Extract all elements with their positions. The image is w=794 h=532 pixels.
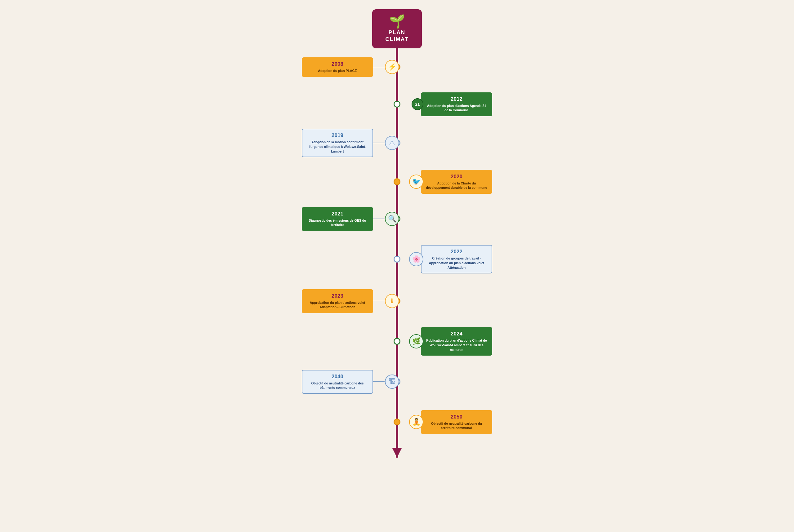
tl-right-2012: 2012 Adoption du plan d'actions Agenda 2… xyxy=(414,92,505,116)
icon-2020: 🐦 xyxy=(409,174,423,189)
item-box-2050: 2050 Objectif de neutralité carbone du t… xyxy=(421,410,492,434)
icon-2019: ⚠ xyxy=(385,136,399,150)
node-2024 xyxy=(393,338,401,345)
timeline-line xyxy=(396,49,398,458)
item-box-2008: 2008 Adoption du plan PLAGE xyxy=(302,57,373,77)
year-2050: 2050 xyxy=(425,414,488,420)
tl-right-2024: 2024 Publication du plan d'actions Clima… xyxy=(414,327,505,356)
header-title: PLAN CLIMAT xyxy=(386,29,409,43)
year-2021: 2021 xyxy=(306,211,369,217)
text-2021: Diagnostic des émissions de GES du terri… xyxy=(306,218,369,227)
timeline-arrow xyxy=(392,448,402,458)
text-2023: Approbation du plan d'actions volet Adap… xyxy=(306,300,369,309)
text-2020: Adoption de la Charte du développement d… xyxy=(425,181,488,190)
year-2040: 2040 xyxy=(306,374,369,380)
icon-2008: ⚡ xyxy=(385,60,399,74)
node-2022 xyxy=(393,256,401,263)
icon-2023: 🌡 xyxy=(385,294,399,308)
tl-left-2019: 2019 Adoption de la motion confirmant l'… xyxy=(289,129,380,157)
node-2020 xyxy=(393,178,401,185)
year-2020: 2020 xyxy=(425,174,488,180)
tl-right-2020: 2020 Adoption de la Charte du développem… xyxy=(414,170,505,194)
year-2024: 2024 xyxy=(425,331,488,337)
item-box-2040: 2040 Objectif de neutralité carbone des … xyxy=(302,370,373,394)
text-2012: Adoption du plan d'actions Agenda 21 de … xyxy=(425,103,488,113)
text-2050: Objectif de neutralité carbone du territ… xyxy=(425,421,488,430)
node-2050 xyxy=(393,419,401,425)
icon-2040: 🏗 xyxy=(385,375,399,389)
tl-right-2022: 2022 Création de groupes de travail - Ap… xyxy=(414,245,505,273)
text-2040: Objectif de neutralité carbone des bâtim… xyxy=(306,381,369,390)
badge-21-2012: 21 xyxy=(411,98,423,110)
tl-left-2040: 2040 Objectif de neutralité carbone des … xyxy=(289,370,380,394)
item-box-2023: 2023 Approbation du plan d'actions volet… xyxy=(302,289,373,313)
page-container: 🌱 PLAN CLIMAT 2008 Adoption du plan PLAG… xyxy=(289,9,505,458)
tl-left-2021: 2021 Diagnostic des émissions de GES du … xyxy=(289,207,380,231)
icon-2024: 🌿 xyxy=(409,334,423,348)
tl-left-2023: 2023 Approbation du plan d'actions volet… xyxy=(289,289,380,313)
item-box-2022: 2022 Création de groupes de travail - Ap… xyxy=(421,245,492,273)
item-box-2020: 2020 Adoption de la Charte du développem… xyxy=(421,170,492,194)
item-box-2019: 2019 Adoption de la motion confirmant l'… xyxy=(302,129,373,157)
icon-2022: 🌸 xyxy=(409,252,423,266)
year-2019: 2019 xyxy=(306,132,369,138)
tl-center-2050: 🧘 xyxy=(380,419,414,425)
header-logo-box: 🌱 PLAN CLIMAT xyxy=(372,9,422,49)
year-2022: 2022 xyxy=(425,249,488,255)
year-2008: 2008 xyxy=(306,61,369,67)
tl-center-2022: 🌸 xyxy=(380,256,414,263)
header-plant-icon: 🌱 xyxy=(389,15,405,28)
timeline-wrapper: 2008 Adoption du plan PLAGE ⚡ 21 xyxy=(289,49,505,458)
year-2012: 2012 xyxy=(425,96,488,102)
item-box-2012: 2012 Adoption du plan d'actions Agenda 2… xyxy=(421,92,492,116)
tl-center-2024: 🌿 xyxy=(380,338,414,345)
tl-right-2050: 2050 Objectif de neutralité carbone du t… xyxy=(414,410,505,434)
tl-left-2008: 2008 Adoption du plan PLAGE ⚡ xyxy=(289,57,380,77)
text-2019: Adoption de la motion confirmant l'urgen… xyxy=(306,140,369,153)
tl-center-2020: 🐦 xyxy=(380,178,414,185)
text-2024: Publication du plan d'actions Climat de … xyxy=(425,338,488,352)
node-2012 xyxy=(393,101,401,108)
icon-2050: 🧘 xyxy=(409,415,423,429)
year-2023: 2023 xyxy=(306,293,369,299)
tl-center-2012: 21 xyxy=(380,101,414,108)
item-box-2021: 2021 Diagnostic des émissions de GES du … xyxy=(302,207,373,231)
item-box-2024: 2024 Publication du plan d'actions Clima… xyxy=(421,327,492,356)
icon-2021: 🔍 xyxy=(385,212,399,226)
text-2022: Création de groupes de travail - Approba… xyxy=(425,256,488,270)
text-2008: Adoption du plan PLAGE xyxy=(306,69,369,73)
